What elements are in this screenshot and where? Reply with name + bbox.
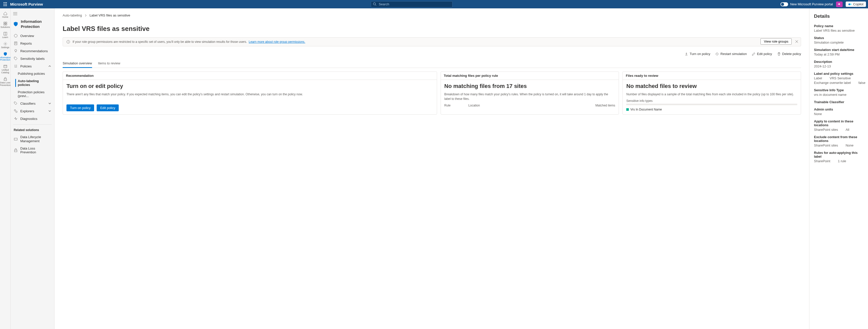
- global-search-input[interactable]: [371, 1, 453, 7]
- explorer-icon: [14, 109, 18, 113]
- diagnostics-icon: [14, 117, 18, 121]
- restart-icon: [715, 52, 719, 56]
- nav-publishing-policies[interactable]: Publishing policies: [12, 70, 53, 77]
- shield-icon: [13, 22, 18, 27]
- nav-data-lifecycle[interactable]: Data Lifecycle Management: [12, 133, 53, 145]
- lock-icon: [3, 77, 7, 81]
- view-role-groups-button[interactable]: View role groups: [761, 38, 792, 44]
- card-header: Files ready to review: [623, 72, 801, 80]
- banner-dismiss-button[interactable]: [795, 40, 798, 44]
- legend-label: Vrs In Document Name: [630, 108, 662, 111]
- breadcrumb: Auto-labeling Label VRS files as sensiti…: [63, 13, 801, 17]
- admin-units-label: Admin units: [814, 107, 863, 111]
- rail-item-home[interactable]: Home: [0, 10, 10, 20]
- card-title: No matching files from 17 sites: [444, 83, 615, 90]
- rules-row: SharePoint 1 rule: [814, 159, 863, 163]
- svg-point-21: [15, 50, 17, 52]
- legend-swatch-icon: [626, 108, 629, 111]
- nav-classifiers[interactable]: Classifiers: [12, 100, 53, 107]
- upload-icon: [685, 52, 688, 56]
- turn-on-policy-card-button[interactable]: Turn on policy: [66, 104, 94, 111]
- rail-item-dlp[interactable]: Data Loss Prevention: [0, 76, 10, 88]
- policy-icon: [14, 64, 18, 68]
- exclude-locations-label: Exclude content from these locations: [814, 135, 863, 143]
- svg-rect-25: [14, 138, 17, 140]
- edit-policy-card-button[interactable]: Edit policy: [97, 104, 119, 111]
- hamburger-icon: [13, 12, 17, 15]
- nav-policies[interactable]: Policies: [12, 62, 53, 70]
- rail-item-learn[interactable]: Learn: [0, 31, 10, 40]
- delete-policy-button[interactable]: Delete policy: [777, 52, 801, 56]
- svg-line-1: [375, 5, 376, 6]
- chevron-up-icon: [48, 65, 51, 68]
- policy-toolbar: Turn on policy Restart simulation Edit p…: [63, 50, 801, 59]
- rail-item-info-protection[interactable]: Information Protection: [0, 51, 10, 63]
- nav-diagnostics[interactable]: Diagnostics: [12, 115, 53, 123]
- rail-item-unified-catalog[interactable]: Unified Catalog: [0, 63, 10, 75]
- grid-icon: [3, 22, 7, 26]
- card-header: Total matching files per policy rule: [441, 72, 619, 80]
- details-panel: Details Policy name Label VRS files as s…: [809, 8, 868, 329]
- apply-row: SharePoint sites All: [814, 128, 863, 132]
- related-solutions-heading: Related solutions: [12, 127, 53, 133]
- left-rail: Home Solutions Learn Settings Informatio…: [0, 8, 11, 329]
- announce-button[interactable]: [836, 2, 843, 7]
- app-launcher-icon[interactable]: [2, 1, 8, 7]
- start-time-value: Today at 2:59 PM: [814, 53, 863, 56]
- banner-text: If your role group permissions are restr…: [72, 40, 247, 43]
- card-body-text: There aren't any files that match your p…: [66, 92, 433, 97]
- nav-overview[interactable]: Overview: [12, 32, 53, 39]
- tag-icon: [14, 101, 18, 105]
- lock-icon: [14, 148, 18, 152]
- nav-recommendations[interactable]: Recommendations: [12, 47, 53, 55]
- turn-on-policy-button[interactable]: Turn on policy: [685, 52, 710, 56]
- rules-label: Rules for auto-applying this label: [814, 151, 863, 158]
- nav-auto-labeling-policies[interactable]: Auto-labeling policies: [12, 77, 53, 89]
- card-body-text: Number of files displayed is a sample of…: [626, 92, 797, 97]
- restart-simulation-button[interactable]: Restart simulation: [715, 52, 747, 56]
- chevron-down-icon: [48, 109, 51, 112]
- admin-units-value: None: [814, 112, 863, 116]
- svg-rect-13: [4, 79, 7, 80]
- search-wrap: [371, 1, 453, 7]
- gear-icon: [3, 42, 7, 46]
- policy-name-label: Policy name: [814, 24, 863, 28]
- portal-toggle[interactable]: New Microsoft Purview portal: [780, 2, 833, 6]
- svg-rect-26: [14, 150, 17, 152]
- col-matched: Matched items: [591, 104, 615, 107]
- cards-row: Recommendation Turn on or edit policy Th…: [63, 71, 801, 114]
- breadcrumb-root[interactable]: Auto-labeling: [63, 13, 82, 17]
- trainable-label: Trainable Classifier: [814, 100, 863, 104]
- tab-simulation-overview[interactable]: Simulation overview: [63, 59, 92, 68]
- svg-point-10: [5, 43, 6, 44]
- nav-collapse-button[interactable]: [12, 11, 53, 17]
- label-settings-label: Label and policy settings: [814, 72, 863, 75]
- edit-policy-button[interactable]: Edit policy: [752, 52, 772, 56]
- svg-point-24: [16, 111, 17, 112]
- copilot-button[interactable]: Copilot: [846, 2, 866, 7]
- toggle-icon: [780, 2, 788, 6]
- sit-label: Sensitive Info Type: [814, 88, 863, 92]
- overview-icon: [14, 34, 18, 38]
- nav-sensitivity-labels[interactable]: Sensitivity labels: [12, 55, 53, 62]
- svg-rect-7: [6, 24, 7, 25]
- nav-protection-policies[interactable]: Protection policies (previ...: [12, 89, 53, 100]
- svg-point-29: [68, 41, 68, 41]
- breadcrumb-leaf: Label VRS files as sensitive: [90, 13, 130, 17]
- svg-rect-6: [4, 24, 5, 25]
- nav-reports[interactable]: Reports: [12, 39, 53, 47]
- nav-explorers[interactable]: Explorers: [12, 107, 53, 115]
- banner-link[interactable]: Learn more about role group permissions.: [249, 40, 305, 43]
- home-icon: [3, 11, 7, 15]
- description-label: Description: [814, 60, 863, 64]
- rail-item-solutions[interactable]: Solutions: [0, 21, 10, 30]
- tab-items-to-review[interactable]: Items to review: [98, 59, 120, 68]
- details-fields: Policy name Label VRS files as sensitive…: [814, 24, 863, 163]
- status-label: Status: [814, 36, 863, 40]
- label-icon: [14, 57, 18, 61]
- toggle-label: New Microsoft Purview portal: [790, 2, 833, 6]
- side-nav: Information Protection Overview Reports …: [11, 8, 55, 329]
- rail-item-settings[interactable]: Settings: [0, 41, 10, 50]
- nav-dlp[interactable]: Data Loss Prevention: [12, 145, 53, 156]
- chevron-right-icon: [85, 14, 87, 17]
